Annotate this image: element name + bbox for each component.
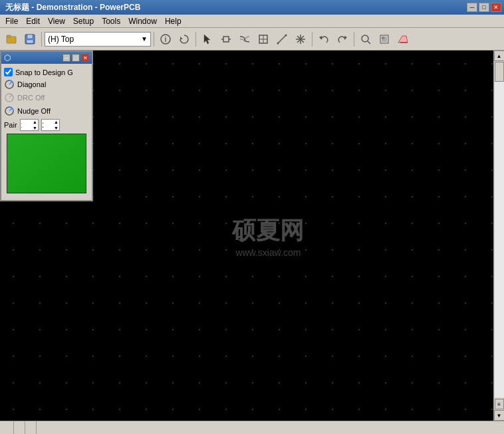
line-button[interactable] [273, 31, 291, 48]
panel-maximize-button[interactable]: □ [72, 54, 80, 62]
svg-line-36 [9, 108, 12, 111]
svg-marker-22 [319, 36, 322, 40]
nudge-icon [4, 106, 15, 116]
pair-row: Pair ▲ ▼ ▲ ▼ [4, 119, 89, 131]
nudge-label: Nudge Off [17, 107, 51, 115]
menu-edit[interactable]: Edit [22, 15, 44, 27]
burst-button[interactable] [292, 31, 309, 48]
float-panel-content: Snap to Design G Diagonal [1, 64, 92, 200]
toolbar: (H) Top ▼ (H) Top (H) Bottom Signal 1 Si… [0, 28, 504, 51]
menu-help[interactable]: Help [161, 15, 186, 27]
separator-2 [154, 32, 154, 47]
svg-text:i: i [165, 36, 167, 43]
save-button[interactable] [21, 31, 39, 48]
close-button[interactable]: ✕ [491, 3, 501, 12]
route-button[interactable] [236, 31, 253, 48]
board-button[interactable] [255, 31, 272, 48]
separator-5 [354, 32, 354, 47]
pair2-up-button[interactable]: ▲ [54, 119, 59, 125]
svg-line-25 [368, 41, 370, 44]
select-icon [201, 33, 213, 45]
info-button[interactable]: i [157, 31, 174, 48]
watermark-cn: 硕夏网 [232, 214, 304, 247]
board-icon [257, 33, 269, 45]
pcb-container: 硕夏网 www.sxiaw.com ⬡ ─ □ ✕ Snap to Design… [0, 51, 504, 421]
svg-rect-9 [223, 37, 229, 42]
scroll-up-button[interactable]: ▲ [494, 51, 505, 61]
svg-point-24 [362, 35, 368, 42]
float-panel-controls: ─ □ ✕ [63, 54, 89, 62]
pair2-down-button[interactable]: ▼ [54, 125, 59, 131]
undo-button[interactable] [315, 31, 332, 48]
pair1-spinner[interactable]: ▲ ▼ [20, 119, 39, 131]
separator-1 [41, 32, 42, 47]
title-controls: ─ □ ✕ [467, 3, 501, 12]
svg-point-17 [285, 34, 287, 36]
float-panel: ⬡ ─ □ ✕ Snap to Design G [0, 51, 93, 201]
drc-row: DRC Off [4, 92, 89, 103]
svg-marker-29 [398, 36, 408, 43]
diagonal-icon [4, 79, 15, 90]
diagonal-row: Diagonal [4, 79, 89, 90]
zoom-button[interactable] [357, 31, 374, 48]
menu-file[interactable]: File [1, 15, 22, 27]
status-segment-1 [3, 421, 14, 434]
status-segment-3 [25, 421, 37, 434]
route-icon [239, 33, 251, 45]
snap-label: Snap to Design G [15, 68, 73, 76]
pcb-canvas[interactable]: 硕夏网 www.sxiaw.com ⬡ ─ □ ✕ Snap to Design… [0, 51, 493, 421]
panel-close-button[interactable]: ✕ [81, 54, 89, 62]
layer-selector[interactable]: (H) Top ▼ (H) Top (H) Bottom Signal 1 Si… [45, 32, 151, 47]
scroll-thumb[interactable] [495, 62, 504, 82]
snap-checkbox[interactable] [4, 68, 13, 76]
svg-rect-1 [7, 35, 11, 37]
status-segment-2 [14, 421, 25, 434]
title-text: 无标题 - Demonstration - PowerPCB [3, 2, 467, 13]
maximize-button[interactable]: □ [479, 3, 489, 12]
menu-window[interactable]: Window [124, 15, 161, 27]
scrollbar-vertical: ▲ ≡ ▼ [493, 51, 504, 421]
separator-3 [195, 32, 196, 47]
line-icon [276, 33, 288, 45]
open-button[interactable] [3, 31, 20, 48]
menu-view[interactable]: View [44, 15, 69, 27]
pair1-up-button[interactable]: ▲ [33, 119, 38, 125]
diagonal-label: Diagonal [17, 80, 46, 88]
refresh-button[interactable] [176, 31, 193, 48]
title-bar: 无标题 - Demonstration - PowerPCB ─ □ ✕ [0, 0, 504, 15]
open-icon [5, 33, 17, 45]
menu-tools[interactable]: Tools [98, 15, 124, 27]
drc-icon [4, 92, 15, 103]
layers-button[interactable] [376, 31, 393, 48]
redo-button[interactable] [334, 31, 351, 48]
minimize-button[interactable]: ─ [467, 3, 477, 12]
separator-4 [312, 32, 313, 47]
drc-label: DRC Off [17, 94, 45, 102]
undo-icon [318, 33, 330, 45]
clear-icon [397, 33, 409, 45]
scroll-track[interactable] [495, 62, 504, 397]
pair1-input[interactable] [21, 120, 33, 130]
float-panel-title-bar: ⬡ ─ □ ✕ [1, 52, 92, 64]
svg-line-15 [278, 35, 286, 43]
save-icon [24, 33, 36, 45]
svg-rect-28 [382, 37, 384, 39]
svg-rect-3 [27, 35, 33, 39]
component-button[interactable] [217, 31, 235, 48]
panel-logo-icon: ⬡ [4, 53, 11, 62]
pair2-spinner[interactable]: ▲ ▼ [41, 119, 60, 131]
select-button[interactable] [199, 31, 216, 48]
svg-marker-7 [180, 37, 183, 39]
pair2-input[interactable] [42, 120, 54, 130]
pair-label: Pair [4, 121, 17, 129]
menu-setup[interactable]: Setup [69, 15, 98, 27]
clear-button[interactable] [394, 31, 412, 48]
burst-icon [295, 33, 307, 45]
component-icon [220, 33, 232, 45]
zoom-icon [360, 33, 372, 45]
panel-minimize-button[interactable]: ─ [63, 54, 70, 62]
nudge-row: Nudge Off [4, 106, 89, 116]
pair1-down-button[interactable]: ▼ [33, 125, 38, 131]
svg-marker-23 [344, 36, 347, 40]
scroll-down-button[interactable]: ▼ [494, 410, 505, 421]
